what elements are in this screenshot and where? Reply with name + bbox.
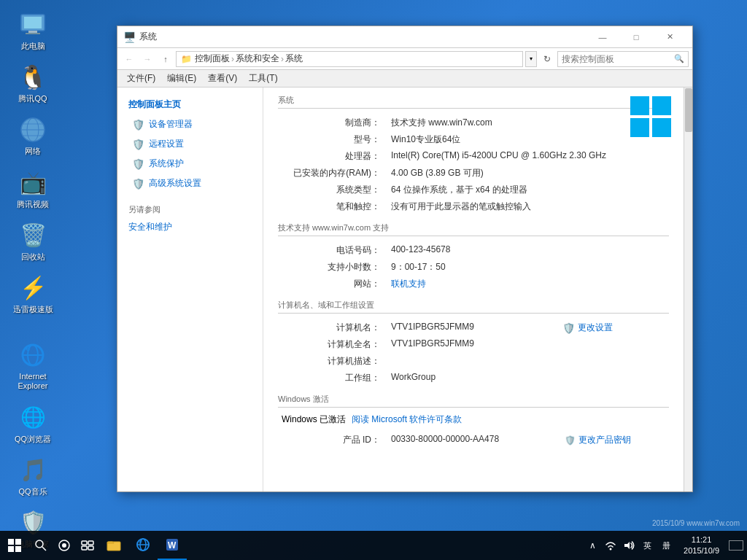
start-button[interactable] <box>0 531 29 560</box>
desktop-icon-ie[interactable]: e Internet Explorer <box>7 338 58 394</box>
menu-edit[interactable]: 编辑(E) <box>161 70 202 87</box>
scrollbar-thumb[interactable] <box>685 88 692 132</box>
qq-icon: 🐧 <box>18 63 47 92</box>
read-license-link[interactable]: 阅读 Microsoft 软件许可条款 <box>352 413 462 426</box>
computer-desc-row: 计算机描述： <box>278 353 669 370</box>
path-sep-2: › <box>281 54 284 64</box>
sidebar-item-advanced-settings[interactable]: 🛡️ 高级系统设置 <box>117 174 263 193</box>
tray-lang-label[interactable]: 英 <box>640 540 655 551</box>
search-icon[interactable]: 🔍 <box>674 54 684 63</box>
maximize-button[interactable]: □ <box>619 26 653 48</box>
nav-back-button[interactable]: ← <box>121 51 137 67</box>
website-label: 网站： <box>278 276 387 292</box>
model-label: 型号： <box>278 131 387 148</box>
sidebar: 控制面板主页 🛡️ 设备管理器 🛡️ 远程设置 🛡️ 系统保护 🛡️ 高级系统设… <box>117 88 263 491</box>
qq-music-icon: 🎵 <box>18 456 47 485</box>
taskbar-app-file-explorer[interactable] <box>99 531 128 560</box>
desktop-icon-qq-browser[interactable]: 🌐 QQ浏览器 <box>7 400 58 447</box>
computer-name-table: 计算机名： VTV1IPBGR5JFMM9 🛡️ 更改设置 计算机全名： VTV… <box>278 319 669 386</box>
desktop-icon-recycle-bin[interactable]: 🗑️ 回收站 <box>7 218 58 265</box>
taskbar-search-button[interactable] <box>29 531 53 560</box>
processor-label: 处理器： <box>278 148 387 165</box>
ie-icon: e <box>18 341 47 370</box>
desktop-icon-qq-label: 腾讯QQ <box>18 94 47 104</box>
sidebar-item-device-manager-label: 设备管理器 <box>149 118 193 131</box>
product-id-row: 产品 ID： 00330-80000-00000-AA478 🛡️ 更改产品密钥 <box>278 432 669 448</box>
tray-expand-button[interactable]: ∧ <box>585 538 600 553</box>
manufacturer-value: 技术支持 www.win7w.com <box>387 114 669 131</box>
desktop-icon-tencent-video[interactable]: 📺 腾讯视频 <box>7 166 58 212</box>
sidebar-item-remote-settings[interactable]: 🛡️ 远程设置 <box>117 134 263 154</box>
computer-name-value: VTV1IPBGR5JFMM9 <box>387 319 548 336</box>
sidebar-item-system-protection-label: 系统保护 <box>149 158 184 170</box>
tray-input-label[interactable]: 册 <box>659 540 674 551</box>
pen-touch-value: 没有可用于此显示器的笔或触控输入 <box>387 198 669 215</box>
address-dropdown-button[interactable]: ▾ <box>525 51 537 67</box>
desktop-icon-ie-label: Internet Explorer <box>10 372 55 391</box>
svg-rect-13 <box>630 96 649 115</box>
svg-line-22 <box>42 547 46 551</box>
change-settings-button[interactable]: 🛡️ 更改设置 <box>562 322 665 334</box>
product-id-value: 00330-80000-00000-AA478 <box>387 432 550 448</box>
this-pc-icon <box>18 10 47 39</box>
model-value: Win10专业版64位 <box>387 131 669 148</box>
desktop-icon-qq-browser-label: QQ浏览器 <box>15 435 51 444</box>
processor-value: Intel(R) Core(TM) i5-4200U CPU @ 1.60GHz… <box>387 148 669 165</box>
close-button[interactable]: ✕ <box>653 26 686 48</box>
address-path[interactable]: 📁 控制面板 › 系统和安全 › 系统 <box>176 51 523 67</box>
sidebar-also-item-security[interactable]: 安全和维护 <box>117 219 263 236</box>
pen-touch-label: 笔和触控： <box>278 198 387 215</box>
menu-tools[interactable]: 工具(T) <box>243 70 283 87</box>
watermark: 2015/10/9 www.win7w.com <box>652 519 740 527</box>
sidebar-item-system-protection[interactable]: 🛡️ 系统保护 <box>117 154 263 174</box>
taskbar-clock[interactable]: 11:21 2015/10/9 <box>678 534 725 557</box>
website-value[interactable]: 联机支持 <box>387 276 669 292</box>
main-content: 系统 制造商： 技术支持 www.win7w.com <box>263 88 684 491</box>
desktop-icon-qq[interactable]: 🐧 腾讯QQ <box>7 60 58 106</box>
sidebar-item-device-manager[interactable]: 🛡️ 设备管理器 <box>117 114 263 134</box>
change-product-key-button[interactable]: 🛡️ 更改产品密钥 <box>565 434 665 446</box>
website-link[interactable]: 联机支持 <box>391 279 426 289</box>
desktop: 此电脑 🐧 腾讯QQ 网络 📺 腾讯视频 🗑️ 回收站 <box>0 0 747 560</box>
minimize-button[interactable]: — <box>586 26 619 48</box>
sidebar-section-title[interactable]: 控制面板主页 <box>117 95 263 114</box>
desktop-icon-qq-music[interactable]: 🎵 QQ音乐 <box>7 453 58 499</box>
menu-bar: 文件(F) 编辑(E) 查看(V) 工具(T) <box>117 70 692 88</box>
taskbar-app-ie[interactable]: e <box>128 531 158 560</box>
window-titlebar: 🖥️ 系统 — □ ✕ <box>117 26 692 48</box>
computer-full-name-value: VTV1IPBGR5JFMM9 <box>387 336 548 353</box>
show-desktop-button[interactable] <box>725 531 747 560</box>
window-title-text: 系统 <box>139 31 586 43</box>
taskbar-task-view-button[interactable] <box>76 531 99 560</box>
computer-full-name-label: 计算机全名： <box>278 336 387 353</box>
nav-up-button[interactable]: ↑ <box>158 51 174 67</box>
system-type-value: 64 位操作系统，基于 x64 的处理器 <box>387 182 669 198</box>
workgroup-label: 工作组： <box>278 370 387 386</box>
svg-rect-1 <box>24 17 42 28</box>
taskbar-tray: ∧ 英 册 <box>581 531 678 560</box>
nav-forward-button[interactable]: → <box>139 51 155 67</box>
menu-file[interactable]: 文件(F) <box>121 70 161 87</box>
windows-logo-area <box>629 95 673 141</box>
svg-point-36 <box>610 548 612 551</box>
system-window: 🖥️ 系统 — □ ✕ ← → ↑ 📁 控制面板 › 系统和安全 › 系统 ▾ … <box>117 26 693 492</box>
address-refresh-button[interactable]: ↻ <box>539 51 555 67</box>
taskbar-cortana-button[interactable] <box>53 531 76 560</box>
search-input[interactable] <box>562 54 674 64</box>
system-type-label: 系统类型： <box>278 182 387 198</box>
tray-volume-icon[interactable] <box>622 538 636 553</box>
website-row: 网站： 联机支持 <box>278 276 669 292</box>
path-item-2: 系统和安全 <box>236 52 279 65</box>
sidebar-also-see-title: 另请参阅 <box>117 201 263 219</box>
menu-view[interactable]: 查看(V) <box>202 70 243 87</box>
svg-text:e: e <box>26 343 31 353</box>
tray-wifi-icon[interactable] <box>603 538 618 553</box>
desktop-icon-network[interactable]: 网络 <box>7 112 58 159</box>
desktop-icon-this-pc[interactable]: 此电脑 <box>7 7 58 54</box>
search-box: 🔍 <box>557 51 689 67</box>
scrollbar-track[interactable] <box>684 88 692 491</box>
svg-rect-27 <box>82 546 87 550</box>
windows-logo <box>629 95 673 139</box>
desktop-icon-thunder[interactable]: ⚡ 迅雷极速版 <box>7 271 58 317</box>
taskbar-app-word[interactable]: W <box>158 531 187 560</box>
